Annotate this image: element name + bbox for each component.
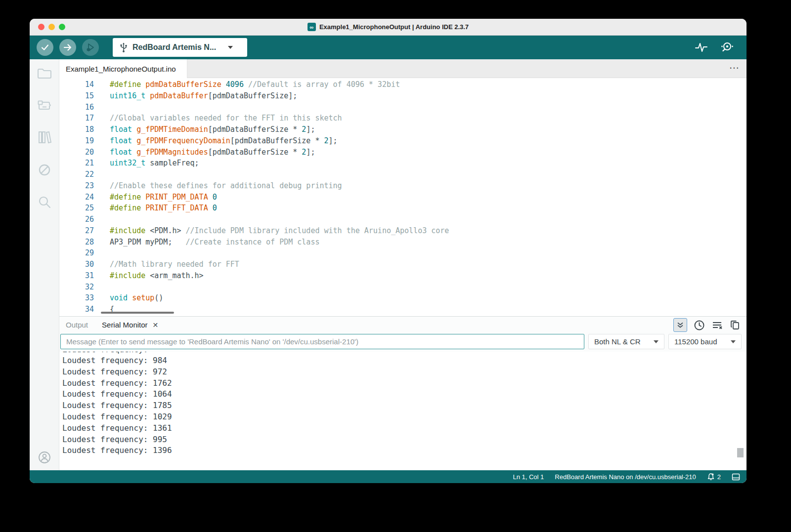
line-ending-value: Both NL & CR bbox=[594, 337, 641, 346]
code-line: 16 bbox=[59, 102, 747, 113]
code-line: 18float g_fPDMTimeDomain[pdmDataBufferSi… bbox=[59, 124, 747, 135]
line-number: 22 bbox=[59, 169, 94, 180]
account-icon[interactable] bbox=[30, 450, 59, 464]
more-actions-icon[interactable]: ⋯ bbox=[729, 62, 740, 74]
clock-icon bbox=[694, 320, 705, 331]
line-ending-dropdown[interactable]: Both NL & CR bbox=[588, 334, 664, 349]
serial-scrollbar-thumb[interactable] bbox=[737, 448, 744, 457]
window-title: Example1_MicrophoneOutput | Arduino IDE … bbox=[319, 23, 469, 31]
tab-sketch-file[interactable]: Example1_MicrophoneOutput.ino bbox=[59, 59, 187, 78]
board-selector-dropdown[interactable]: RedBoard Artemis N... bbox=[113, 38, 247, 57]
debug-play-bug-icon bbox=[85, 42, 96, 53]
minimize-window-button[interactable] bbox=[48, 24, 55, 30]
code-line: 29 bbox=[59, 247, 747, 259]
code-line: 19float g_fPDMFrequencyDomain[pdmDataBuf… bbox=[59, 135, 747, 147]
line-number: 29 bbox=[59, 247, 94, 259]
code-line: 20float g_fPDMMagnitudes[pdmDataBufferSi… bbox=[59, 147, 747, 158]
baud-rate-dropdown[interactable]: 115200 baud bbox=[668, 334, 742, 349]
chevron-down-icon bbox=[654, 340, 659, 343]
zoom-window-button[interactable] bbox=[59, 24, 65, 30]
line-number: 19 bbox=[59, 135, 94, 147]
search-icon[interactable] bbox=[37, 195, 52, 210]
line-number: 28 bbox=[59, 237, 94, 248]
line-number: 34 bbox=[59, 304, 94, 315]
baud-rate-value: 115200 baud bbox=[674, 337, 717, 346]
code-line: 32 bbox=[59, 282, 747, 293]
toggle-autoscroll-button[interactable] bbox=[673, 318, 687, 332]
close-icon[interactable]: ✕ bbox=[153, 321, 159, 329]
line-number: 25 bbox=[59, 203, 94, 214]
right-arrow-icon bbox=[63, 42, 73, 52]
serial-monitor-tab-label: Serial Monitor bbox=[102, 321, 148, 329]
toggle-panel-icon[interactable] bbox=[732, 473, 740, 481]
verify-button[interactable] bbox=[37, 39, 53, 56]
line-number: 15 bbox=[59, 90, 94, 102]
clear-output-button[interactable] bbox=[711, 320, 723, 330]
code-line: 28AP3_PDM myPDM; //Create instance of PD… bbox=[59, 237, 747, 248]
tab-serial-monitor[interactable]: Serial Monitor ✕ bbox=[102, 321, 158, 329]
chevron-down-icon bbox=[731, 340, 736, 343]
serial-partial-line: Loudest frequency: bbox=[62, 352, 747, 355]
copy-icon bbox=[730, 320, 741, 330]
debug-sidebar-icon[interactable] bbox=[37, 163, 52, 177]
code-line: 14#define pdmDataBufferSize 4096 //Defau… bbox=[59, 79, 747, 90]
line-number: 27 bbox=[59, 225, 94, 237]
serial-line: Loudest frequency: 1064 bbox=[62, 389, 747, 400]
traffic-lights bbox=[38, 24, 65, 30]
clear-output-icon bbox=[711, 320, 723, 330]
code-line: 25#define PRINT_FFT_DATA 0 bbox=[59, 203, 747, 214]
boards-manager-icon[interactable] bbox=[37, 98, 52, 112]
code-line: 22 bbox=[59, 169, 747, 180]
board-connection-status[interactable]: RedBoard Artemis Nano on /dev/cu.usbseri… bbox=[555, 473, 696, 481]
code-line: 15uint16_t pdmDataBuffer[pdmDataBufferSi… bbox=[59, 90, 747, 102]
code-editor[interactable]: 14#define pdmDataBufferSize 4096 //Defau… bbox=[59, 78, 747, 316]
code-line: 23//Enable these defines for additional … bbox=[59, 180, 747, 192]
sketchbook-folder-icon[interactable] bbox=[37, 67, 52, 81]
line-number: 30 bbox=[59, 259, 94, 270]
line-number: 16 bbox=[59, 102, 94, 113]
serial-line: Loudest frequency: 995 bbox=[62, 434, 747, 446]
line-number: 14 bbox=[59, 79, 94, 90]
line-number: 20 bbox=[59, 147, 94, 158]
debug-button[interactable] bbox=[82, 39, 99, 56]
serial-line: Loudest frequency: 1762 bbox=[62, 378, 747, 389]
serial-output[interactable]: Loudest frequency: Loudest frequency: 98… bbox=[59, 352, 747, 470]
line-number: 24 bbox=[59, 192, 94, 203]
close-window-button[interactable] bbox=[38, 24, 44, 30]
arduino-app-icon: ∞ bbox=[308, 23, 316, 31]
serial-line: Loudest frequency: 1785 bbox=[62, 400, 747, 411]
horizontal-scrollbar[interactable] bbox=[101, 312, 174, 314]
bottom-panel: Output Serial Monitor ✕ bbox=[59, 316, 747, 470]
line-number: 18 bbox=[59, 124, 94, 135]
cursor-position[interactable]: Ln 1, Col 1 bbox=[513, 473, 544, 481]
line-number: 21 bbox=[59, 158, 94, 169]
upload-button[interactable] bbox=[59, 39, 76, 56]
line-number: 26 bbox=[59, 214, 94, 225]
code-line: 21uint32_t sampleFreq; bbox=[59, 158, 747, 169]
serial-plotter-icon[interactable] bbox=[694, 41, 708, 54]
code-line: 33void setup() bbox=[59, 292, 747, 304]
line-number: 32 bbox=[59, 282, 94, 293]
notification-count: 2 bbox=[717, 473, 721, 481]
copy-output-button[interactable] bbox=[730, 320, 741, 330]
line-number: 31 bbox=[59, 270, 94, 282]
arduino-ide-window: ∞ Example1_MicrophoneOutput | Arduino ID… bbox=[30, 19, 747, 483]
tab-label: Example1_MicrophoneOutput.ino bbox=[66, 65, 176, 73]
editor-column: Example1_MicrophoneOutput.ino ⋯ 14#defin… bbox=[59, 59, 747, 470]
serial-message-row: Both NL & CR 115200 baud bbox=[59, 333, 747, 352]
code-line: 24#define PRINT_PDM_DATA 0 bbox=[59, 192, 747, 203]
serial-monitor-icon[interactable] bbox=[720, 41, 735, 54]
toggle-timestamp-button[interactable] bbox=[694, 320, 705, 331]
title-bar: ∞ Example1_MicrophoneOutput | Arduino ID… bbox=[30, 19, 747, 36]
tab-output[interactable]: Output bbox=[66, 321, 88, 329]
serial-message-input[interactable] bbox=[60, 334, 584, 349]
toolbar: RedBoard Artemis N... bbox=[30, 36, 747, 59]
line-number: 33 bbox=[59, 292, 94, 304]
usb-icon bbox=[120, 42, 128, 53]
status-bar: Ln 1, Col 1 RedBoard Artemis Nano on /de… bbox=[30, 470, 747, 483]
library-manager-icon[interactable] bbox=[37, 130, 52, 145]
serial-line: Loudest frequency: 972 bbox=[62, 367, 747, 378]
board-selector-label: RedBoard Artemis N... bbox=[132, 43, 216, 52]
notifications-button[interactable]: 2 bbox=[707, 473, 721, 481]
panel-tab-bar: Output Serial Monitor ✕ bbox=[59, 317, 747, 333]
